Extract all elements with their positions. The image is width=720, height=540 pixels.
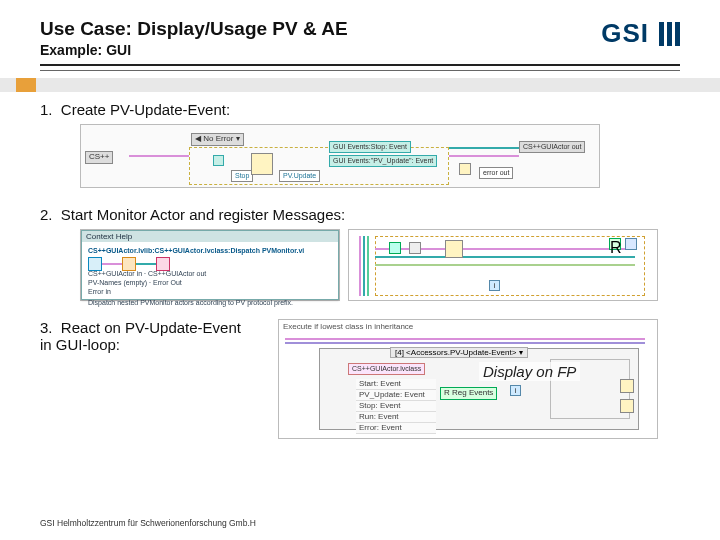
error-cluster-icon <box>459 163 471 175</box>
step-1: 1. Create PV-Update-Event: CS++ ◀ No Err… <box>40 101 680 188</box>
actor-out-node: CS++GUIActor out <box>519 141 585 153</box>
gsi-logo: GSI <box>601 18 680 49</box>
step-2-text: Start Monitor Actor and register Message… <box>61 206 345 223</box>
fp-vi-icon-2 <box>620 399 634 413</box>
slide-title: Use Case: Display/Usage PV & AE <box>40 18 601 40</box>
gsi-logo-bars-icon <box>659 22 680 46</box>
event-case-header: [4] <Accessors.PV-Update-Event> ▾ <box>390 347 528 358</box>
gsi-logo-text: GSI <box>601 18 649 49</box>
blue-a-icon <box>625 238 637 250</box>
context-help-title: Context Help <box>82 231 338 242</box>
step-2-label: 2. Start Monitor Actor and register Mess… <box>40 206 680 223</box>
event-structure: [4] <Accessors.PV-Update-Event> ▾ CS++GU… <box>319 348 639 430</box>
event-menu: Start: Event PV_Update: Event Stop: Even… <box>356 379 436 434</box>
class-box: CS++GUIActor.lvclass <box>348 363 425 375</box>
evt2-node: GUI Events:"PV_Update": Event <box>329 155 437 167</box>
diagram-2-help: Context Help CS++GUIActor.lvlib:CS++GUIA… <box>80 229 340 301</box>
step-3-text: React on PV-Update-Event in GUI-loop: <box>40 319 241 353</box>
step-1-number: 1. <box>40 101 53 118</box>
pv-update-label: PV.Update <box>279 170 320 182</box>
diagram-1: CS++ ◀ No Error ▾ Stop PV.Update GUI Eve… <box>80 124 600 188</box>
diagram-3: Execute if lowest class in inheritance [… <box>278 319 658 439</box>
center-vi-icon <box>445 240 463 258</box>
diagram-3-caption: Execute if lowest class in inheritance <box>283 322 413 331</box>
footer-text: GSI Helmholtzzentrum für Schwerionenfors… <box>40 518 256 528</box>
accent-chip-icon <box>16 78 36 92</box>
info-i-icon-2: i <box>510 385 521 396</box>
step-1-text: Create PV-Update-Event: <box>61 101 230 118</box>
step-2: 2. Start Monitor Actor and register Mess… <box>40 206 680 301</box>
left-terminal: CS++ <box>85 151 113 164</box>
slide-subtitle: Example: GUI <box>40 42 601 58</box>
fp-vi-icon <box>620 379 634 393</box>
vi-icon <box>251 153 273 175</box>
step-3-number: 3. <box>40 319 53 336</box>
content-area: 1. Create PV-Update-Event: CS++ ◀ No Err… <box>0 71 720 439</box>
reg-events-node: R Reg Events <box>440 387 497 400</box>
diagram-2-block: R i <box>348 229 658 301</box>
reg-icon <box>213 155 224 166</box>
accent-band <box>0 78 720 92</box>
step-1-label: 1. Create PV-Update-Event: <box>40 101 680 118</box>
error-out-node: error out <box>479 167 513 179</box>
unbundle-icon <box>409 242 421 254</box>
title-block: Use Case: Display/Usage PV & AE Example:… <box>40 18 601 58</box>
info-i-icon: i <box>489 280 500 291</box>
context-help-body: CS++GUIActor.lvlib:CS++GUIActor.lvclass:… <box>82 242 338 311</box>
evt1-node: GUI Events:Stop: Event <box>329 141 411 153</box>
slide-header: Use Case: Display/Usage PV & AE Example:… <box>0 0 720 64</box>
step-3-label: 3. React on PV-Update-Event in GUI-loop: <box>40 319 260 353</box>
header-rule-thick <box>40 64 680 66</box>
no-error-node: ◀ No Error ▾ <box>191 133 244 146</box>
green-r-icon: R <box>609 238 621 250</box>
step-3: 3. React on PV-Update-Event in GUI-loop:… <box>40 319 680 439</box>
display-on-fp-label: Display on FP <box>479 362 580 381</box>
step-2-number: 2. <box>40 206 53 223</box>
bundle-icon <box>389 242 401 254</box>
